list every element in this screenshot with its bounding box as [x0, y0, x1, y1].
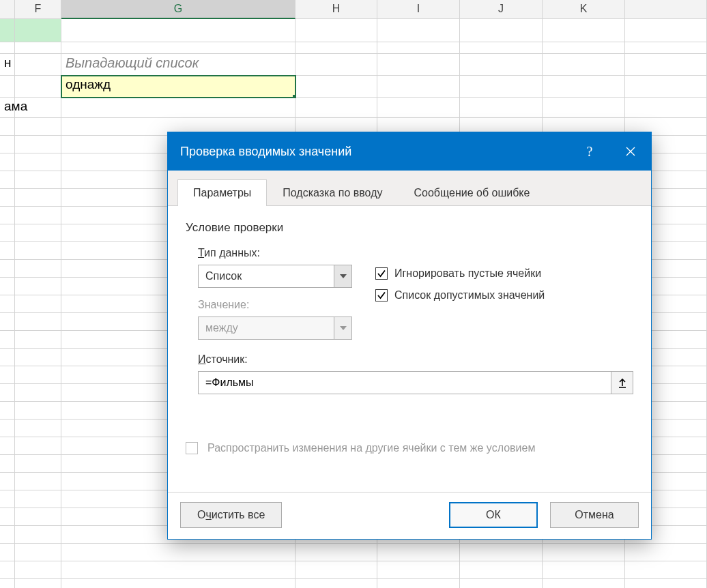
cell-empty[interactable] — [0, 490, 15, 508]
cell-G1[interactable] — [61, 19, 295, 42]
col-header-L[interactable] — [625, 0, 707, 19]
cell-J5[interactable] — [460, 98, 543, 118]
cell-empty[interactable] — [625, 579, 707, 588]
cell-empty[interactable] — [0, 207, 15, 224]
tab-error-alert[interactable]: Сообщение об ошибке — [399, 179, 546, 206]
cell-empty[interactable] — [15, 402, 61, 420]
cell-H3[interactable] — [295, 54, 377, 76]
cell-empty[interactable] — [543, 561, 625, 579]
cell-empty[interactable] — [625, 561, 707, 579]
type-combo-button[interactable] — [334, 265, 351, 287]
cell-empty[interactable] — [15, 349, 61, 366]
cell-empty[interactable] — [15, 171, 61, 189]
cell-partial-r5[interactable]: ама — [0, 98, 15, 118]
col-header-K[interactable]: K — [543, 0, 625, 19]
cell-empty[interactable] — [15, 544, 61, 561]
col-header-F[interactable]: F — [15, 0, 61, 19]
clear-all-button[interactable]: Очистить все — [180, 502, 282, 528]
cell-empty[interactable] — [0, 118, 15, 136]
cell-J1[interactable] — [460, 19, 543, 42]
cell-empty[interactable] — [61, 544, 295, 561]
cell-empty[interactable] — [0, 437, 15, 455]
cell-empty[interactable] — [15, 153, 61, 171]
cell-empty[interactable] — [15, 189, 61, 207]
cell-empty[interactable] — [0, 508, 15, 526]
cancel-button[interactable]: Отмена — [550, 502, 639, 528]
cell-partial-r3[interactable]: н — [0, 54, 15, 76]
cell-empty[interactable] — [0, 544, 15, 561]
col-header-H[interactable]: H — [295, 0, 377, 19]
cell-empty[interactable] — [15, 118, 61, 136]
cell-empty[interactable] — [377, 544, 460, 561]
ok-button[interactable]: ОК — [449, 502, 538, 528]
cell-empty[interactable] — [15, 526, 61, 544]
help-button[interactable]: ? — [569, 132, 610, 171]
cell-empty[interactable] — [460, 579, 543, 588]
cell-empty[interactable] — [0, 136, 15, 153]
cell-empty[interactable] — [15, 242, 61, 260]
source-input[interactable] — [198, 371, 611, 394]
cell-F5[interactable] — [15, 98, 61, 118]
cell-empty[interactable] — [15, 366, 61, 384]
cell-empty[interactable] — [543, 579, 625, 588]
cell-K5[interactable] — [543, 98, 625, 118]
cell-I4[interactable] — [377, 76, 460, 98]
cell-F3[interactable] — [15, 54, 61, 76]
cell-empty[interactable] — [0, 561, 15, 579]
cell-empty[interactable] — [295, 579, 377, 588]
cell-G4-active[interactable]: однажд — [61, 76, 295, 98]
cell-K4[interactable] — [543, 76, 625, 98]
cell-empty[interactable] — [61, 579, 295, 588]
range-select-button[interactable] — [611, 371, 633, 394]
cell-empty[interactable] — [0, 295, 15, 313]
cell-empty[interactable] — [15, 561, 61, 579]
cell-empty[interactable] — [15, 278, 61, 295]
cell-partial-r4[interactable] — [0, 76, 15, 98]
cell-empty[interactable] — [0, 349, 15, 366]
cell-empty[interactable] — [15, 224, 61, 242]
cell-K1[interactable] — [543, 19, 625, 42]
cell-L3[interactable] — [625, 54, 707, 76]
cell-empty[interactable] — [0, 313, 15, 331]
cell-L1[interactable] — [625, 19, 707, 42]
cell-G3-label[interactable]: Выпадающий список — [61, 54, 295, 76]
cell-empty[interactable] — [377, 561, 460, 579]
cell-empty[interactable] — [15, 455, 61, 473]
cell-empty[interactable] — [15, 508, 61, 526]
cell-empty[interactable] — [0, 189, 15, 207]
cell-empty[interactable] — [295, 544, 377, 561]
cell-empty[interactable] — [15, 384, 61, 402]
cell-empty[interactable] — [543, 544, 625, 561]
cell-L5[interactable] — [625, 98, 707, 118]
cell-empty[interactable] — [0, 579, 15, 588]
cell-F1[interactable] — [15, 19, 61, 42]
cell-empty[interactable] — [15, 437, 61, 455]
cell-empty[interactable] — [0, 278, 15, 295]
dropdown-list-checkbox[interactable]: Список допустимых значений — [375, 289, 545, 302]
cell-empty[interactable] — [0, 384, 15, 402]
col-header-J[interactable]: J — [460, 0, 543, 19]
cell-empty[interactable] — [15, 331, 61, 349]
cell-empty[interactable] — [0, 402, 15, 420]
cell-J4[interactable] — [460, 76, 543, 98]
cell-I2[interactable] — [377, 42, 460, 54]
cell-empty[interactable] — [0, 473, 15, 490]
cell-H5[interactable] — [295, 98, 377, 118]
cell-empty[interactable] — [295, 561, 377, 579]
cell-partial-r1[interactable] — [0, 19, 15, 42]
cell-empty[interactable] — [15, 207, 61, 224]
cell-H4[interactable] — [295, 76, 377, 98]
close-button[interactable] — [610, 132, 651, 171]
cell-F2[interactable] — [15, 42, 61, 54]
cell-empty[interactable] — [0, 153, 15, 171]
cell-empty[interactable] — [460, 544, 543, 561]
cell-empty[interactable] — [0, 526, 15, 544]
cell-H1[interactable] — [295, 19, 377, 42]
cell-empty[interactable] — [15, 490, 61, 508]
cell-K3[interactable] — [543, 54, 625, 76]
cell-empty[interactable] — [0, 366, 15, 384]
cell-J2[interactable] — [460, 42, 543, 54]
cell-I3[interactable] — [377, 54, 460, 76]
cell-empty[interactable] — [15, 313, 61, 331]
col-header-blank[interactable] — [0, 0, 15, 19]
